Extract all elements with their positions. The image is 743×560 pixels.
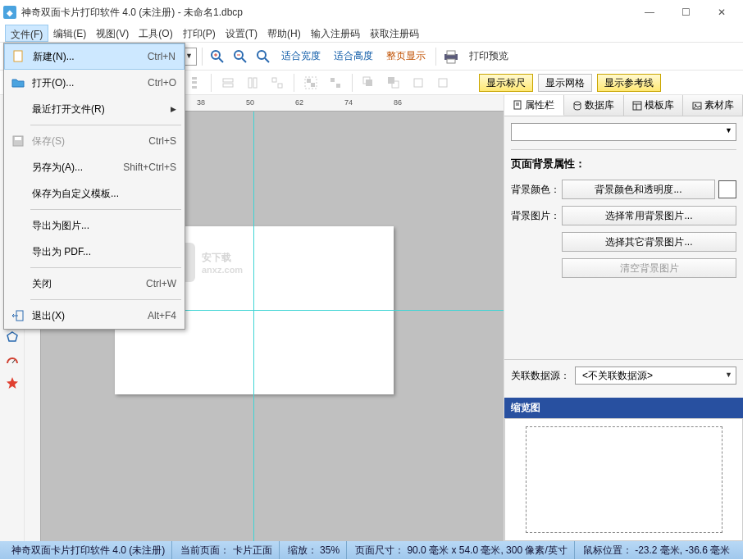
menu-help[interactable]: 帮助(H) xyxy=(262,25,306,42)
shortcut: Ctrl+N xyxy=(148,51,175,62)
value: 卡片正面 xyxy=(233,544,272,558)
svg-rect-45 xyxy=(278,84,282,88)
menuitem-open[interactable]: 打开(O)... Ctrl+O xyxy=(4,70,185,96)
menu-tools[interactable]: 工具(O) xyxy=(134,25,177,42)
svg-rect-86 xyxy=(15,137,21,140)
separator xyxy=(30,209,181,210)
bg-select-other-button[interactable]: 选择其它背景图片... xyxy=(562,232,736,252)
svg-rect-51 xyxy=(366,80,372,86)
tab-label: 数据库 xyxy=(585,98,614,112)
polygon-tool-icon[interactable] xyxy=(5,330,20,344)
label: 退出(X) xyxy=(32,309,148,323)
fit-width-link[interactable]: 适合宽度 xyxy=(276,49,326,63)
open-folder-icon xyxy=(11,75,25,90)
label: 页面尺寸： xyxy=(355,544,404,558)
label: 保存为自定义模板... xyxy=(32,187,176,201)
svg-rect-42 xyxy=(248,78,252,88)
menu-file[interactable]: 文件(F) xyxy=(5,25,48,42)
tab-assets[interactable]: 素材库 xyxy=(683,95,743,116)
ruler-mark: 86 xyxy=(394,98,402,107)
svg-rect-84 xyxy=(14,51,22,61)
bg-clear-button[interactable]: 清空背景图片 xyxy=(562,258,736,278)
app-icon: ◆ xyxy=(3,6,16,19)
ruler-mark: 50 xyxy=(246,98,254,107)
status-page: 当前页面： 卡片正面 xyxy=(174,541,279,559)
zoom-actual-icon[interactable] xyxy=(253,47,273,66)
svg-rect-53 xyxy=(388,77,394,84)
assoc-value: <不关联数据源> xyxy=(582,370,653,381)
menuitem-export-pdf[interactable]: 导出为 PDF... xyxy=(4,239,185,265)
star-tool-icon[interactable] xyxy=(5,376,20,390)
menuitem-save[interactable]: 保存(S) Ctrl+S xyxy=(4,128,185,154)
element-selector[interactable]: ▼ xyxy=(511,123,736,141)
menu-get-reg[interactable]: 获取注册码 xyxy=(365,25,424,42)
same-height-icon[interactable] xyxy=(243,73,262,93)
svg-rect-38 xyxy=(192,81,197,84)
show-guides-button[interactable]: 显示参考线 xyxy=(597,74,661,92)
bg-color-button[interactable]: 背景颜色和透明度... xyxy=(562,180,715,199)
same-width-icon[interactable] xyxy=(218,73,238,93)
menuitem-saveas[interactable]: 另存为(A)... Shift+Ctrl+S xyxy=(4,154,185,180)
svg-rect-56 xyxy=(439,79,447,87)
show-ruler-button[interactable]: 显示标尺 xyxy=(479,74,533,92)
bg-color-swatch[interactable] xyxy=(718,180,736,198)
separator xyxy=(30,299,181,300)
tab-label: 属性栏 xyxy=(525,98,554,112)
menuitem-export-image[interactable]: 导出为图片... xyxy=(4,212,185,239)
svg-rect-40 xyxy=(223,79,233,82)
group-icon[interactable] xyxy=(301,73,321,93)
zoom-in-icon[interactable] xyxy=(207,47,227,66)
ruler-mark: 38 xyxy=(197,98,205,107)
whole-page-link[interactable]: 整页显示 xyxy=(381,49,431,63)
show-grid-button[interactable]: 显示网格 xyxy=(538,74,592,92)
distribute-v-icon[interactable] xyxy=(185,73,204,93)
right-panel: 属性栏 数据库 模板库 素材库 ▼ 页面背景属性： 背景颜色： 背景颜色和透明度… xyxy=(504,95,743,541)
label: 保存(S) xyxy=(32,134,148,148)
svg-rect-44 xyxy=(272,78,276,82)
tab-properties[interactable]: 属性栏 xyxy=(504,95,564,116)
status-mouse: 鼠标位置： -23.2 毫米, -36.6 毫米 xyxy=(577,541,736,559)
menuitem-close[interactable]: 关闭 Ctrl+W xyxy=(4,271,185,297)
close-button[interactable]: ✕ xyxy=(704,0,740,25)
menu-edit[interactable]: 编辑(E) xyxy=(48,25,91,42)
menuitem-new[interactable]: 新建(N)... Ctrl+N xyxy=(4,43,185,70)
same-size-icon[interactable] xyxy=(267,73,287,93)
watermark-text: 安下载 xyxy=(202,252,231,263)
menu-print[interactable]: 打印(P) xyxy=(178,25,221,42)
fit-height-link[interactable]: 适合高度 xyxy=(329,49,378,63)
send-back-icon[interactable] xyxy=(384,73,403,93)
section-title: 页面背景属性： xyxy=(511,157,736,171)
tab-database[interactable]: 数据库 xyxy=(564,95,624,116)
svg-rect-15 xyxy=(447,59,455,63)
svg-rect-55 xyxy=(414,79,422,87)
svg-rect-14 xyxy=(447,51,455,55)
guide-vertical[interactable] xyxy=(253,112,254,541)
menuitem-exit[interactable]: 退出(X) Alt+F4 xyxy=(4,303,185,329)
tab-label: 模板库 xyxy=(645,98,674,112)
menu-view[interactable]: 视图(V) xyxy=(91,25,134,42)
assoc-dropdown[interactable]: <不关联数据源> xyxy=(575,367,736,385)
menu-enter-reg[interactable]: 输入注册码 xyxy=(306,25,365,42)
menubar: 文件(F) 编辑(E) 视图(V) 工具(O) 打印(P) 设置(T) 帮助(H… xyxy=(0,25,743,43)
label: 鼠标位置： xyxy=(583,544,632,558)
menuitem-recent[interactable]: 最近打开文件(R) xyxy=(4,96,185,122)
menuitem-save-template[interactable]: 保存为自定义模板... xyxy=(4,180,185,207)
shortcut: Ctrl+S xyxy=(148,135,176,147)
minimize-button[interactable]: ― xyxy=(631,0,668,25)
bg-color-label: 背景颜色： xyxy=(511,183,562,197)
tab-templates[interactable]: 模板库 xyxy=(624,95,684,116)
printer-icon[interactable] xyxy=(441,47,461,66)
titlebar: ◆ 神奇双面卡片打印软件 4.0 (未注册) - 未命名1.dbcp ― ☐ ✕ xyxy=(0,0,743,25)
bring-front-icon[interactable] xyxy=(359,73,379,93)
gauge-tool-icon[interactable] xyxy=(5,353,20,367)
bg-select-common-button[interactable]: 选择常用背景图片... xyxy=(562,206,736,225)
zoom-out-icon[interactable] xyxy=(230,47,250,66)
maximize-button[interactable]: ☐ xyxy=(668,0,704,25)
menu-settings[interactable]: 设置(T) xyxy=(221,25,262,42)
print-preview-link[interactable]: 打印预览 xyxy=(464,49,513,63)
bring-forward-icon[interactable] xyxy=(408,73,428,93)
ungroup-icon[interactable] xyxy=(326,73,345,93)
tab-label: 素材库 xyxy=(704,98,734,112)
bg-image-label: 背景图片： xyxy=(511,209,562,223)
send-backward-icon[interactable] xyxy=(433,73,453,93)
